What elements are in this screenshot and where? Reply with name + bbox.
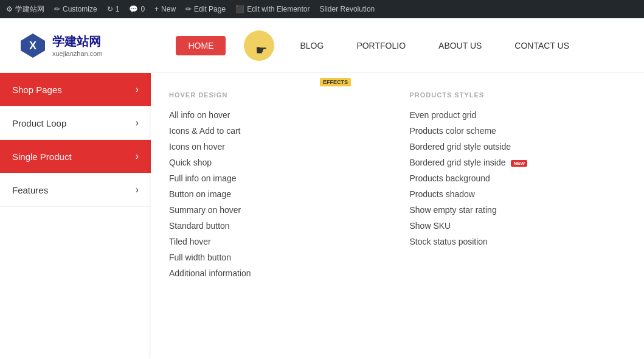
- sidebar-item-product-loop[interactable]: Product Loop ›: [0, 106, 151, 140]
- admin-site-name[interactable]: ⚙ 学建站网: [6, 4, 44, 15]
- menu-quick-shop[interactable]: Quick shop: [169, 155, 386, 170]
- menu-even-product-grid[interactable]: Even product grid: [410, 107, 626, 123]
- hover-design-col: HOVER DESIGN All info on hover Icons & A…: [169, 85, 386, 347]
- effects-badge: EFFECTS: [320, 78, 351, 86]
- new-badge: NEW: [511, 160, 527, 167]
- chevron-right-icon: ›: [136, 84, 139, 95]
- menu-full-width-button[interactable]: Full width button: [169, 249, 386, 265]
- chevron-right-icon: ›: [136, 117, 139, 128]
- nav-blog[interactable]: BLOG: [293, 36, 331, 55]
- hover-design-title: HOVER DESIGN: [169, 91, 386, 99]
- logo-text: 学建站网 xuejianzhan.com: [52, 33, 103, 57]
- header: X 学建站网 xuejianzhan.com HOME ☛ BLOG PORTF…: [0, 18, 644, 73]
- menu-show-sku[interactable]: Show SKU: [410, 218, 626, 234]
- admin-new[interactable]: + New: [154, 5, 176, 13]
- menu-all-info-hover[interactable]: All info on hover: [169, 107, 386, 123]
- customize-icon: ✏: [54, 5, 60, 13]
- menu-full-info-on-image[interactable]: Full info on image: [169, 170, 386, 186]
- menu-bordered-grid-outside[interactable]: Bordered grid style outside: [410, 139, 626, 155]
- comments-icon: 💬: [129, 5, 138, 13]
- menu-products-background[interactable]: Products background: [410, 170, 626, 186]
- menu-products-shadow[interactable]: Products shadow: [410, 186, 626, 202]
- menu-icons-on-hover[interactable]: Icons on hover: [169, 139, 386, 155]
- menu-bordered-grid-inside[interactable]: Bordered grid style inside NEW: [410, 155, 626, 170]
- menu-icons-add-to-cart[interactable]: Icons & Add to cart: [169, 123, 386, 139]
- products-styles-col: PRODUCTS STYLES Even product grid Produc…: [410, 85, 626, 347]
- logo[interactable]: X 学建站网 xuejianzhan.com: [18, 31, 103, 60]
- dropdown-panel: EFFECTS HOVER DESIGN All info on hover I…: [151, 73, 644, 359]
- logo-svg: X: [18, 31, 47, 60]
- admin-edit-page[interactable]: ✏ Edit Page: [185, 5, 226, 13]
- admin-bar: ⚙ 学建站网 ✏ Customize ↻ 1 💬 0 + New ✏ Edit …: [0, 0, 644, 18]
- chevron-right-icon: ›: [136, 184, 139, 195]
- main-content: Shop Pages › Product Loop › Single Produ…: [0, 73, 644, 359]
- nav-portfolio[interactable]: PORTFOLIO: [349, 36, 413, 55]
- sidebar: Shop Pages › Product Loop › Single Produ…: [0, 73, 151, 359]
- admin-comments[interactable]: 💬 0: [129, 5, 145, 13]
- admin-updates[interactable]: ↻ 1: [107, 5, 120, 13]
- cursor-icon: ☛: [255, 42, 268, 58]
- wordpress-icon: ⚙: [6, 5, 13, 13]
- svg-text:X: X: [29, 40, 36, 52]
- nav-home[interactable]: HOME: [176, 36, 226, 55]
- admin-elementor[interactable]: ⬛ Edit with Elementor: [235, 5, 310, 13]
- menu-show-empty-star-rating[interactable]: Show empty star rating: [410, 202, 626, 218]
- menu-products-color-scheme[interactable]: Products color scheme: [410, 123, 626, 139]
- sidebar-item-shop-pages[interactable]: Shop Pages ›: [0, 73, 151, 106]
- admin-customize[interactable]: ✏ Customize: [54, 5, 97, 13]
- menu-standard-button[interactable]: Standard button: [169, 218, 386, 234]
- menu-tiled-hover[interactable]: Tiled hover: [169, 234, 386, 249]
- chevron-right-icon: ›: [136, 151, 139, 162]
- elementor-icon: ⬛: [235, 5, 244, 13]
- menu-summary-on-hover[interactable]: Summary on hover: [169, 202, 386, 218]
- plus-icon: +: [154, 5, 159, 13]
- sidebar-item-single-product[interactable]: Single Product ›: [0, 140, 151, 173]
- nav-shop[interactable]: ☛: [244, 30, 274, 61]
- admin-slider[interactable]: Slider Revolution: [320, 5, 375, 13]
- sidebar-item-features[interactable]: Features ›: [0, 173, 151, 207]
- menu-additional-info[interactable]: Additional information: [169, 265, 386, 281]
- menu-stock-status-position[interactable]: Stock status position: [410, 234, 626, 249]
- menu-button-on-image[interactable]: Button on image: [169, 186, 386, 202]
- nav-about[interactable]: ABOUT US: [431, 36, 489, 55]
- edit-page-icon: ✏: [185, 5, 192, 13]
- nav-contact[interactable]: CONTACT US: [507, 36, 576, 55]
- main-nav: HOME ☛ BLOG PORTFOLIO ABOUT US CONTACT U…: [127, 30, 626, 61]
- products-styles-title: PRODUCTS STYLES: [410, 91, 626, 99]
- updates-icon: ↻: [107, 5, 113, 13]
